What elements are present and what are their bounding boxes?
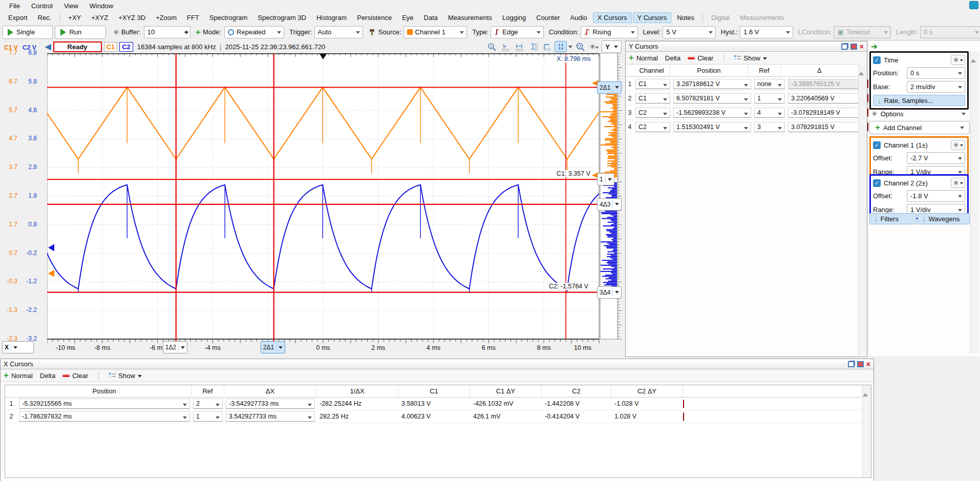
hyst-select[interactable]: 1.6 V bbox=[740, 26, 793, 38]
cursor-position-select[interactable]: -5.329215565 ms bbox=[19, 399, 190, 409]
tab-eye[interactable]: Eye bbox=[397, 12, 418, 23]
x-cursors-scrollbar[interactable] bbox=[862, 385, 871, 477]
right-panel-scrollbar[interactable] bbox=[970, 51, 979, 353]
options-row[interactable]: ✳ Options bbox=[869, 109, 968, 119]
tab-measurements[interactable]: Measurements bbox=[443, 12, 497, 23]
channel2-toggle[interactable]: C2 bbox=[119, 42, 133, 52]
cursor-channel-select[interactable]: C1 bbox=[635, 79, 670, 89]
channel2-checkbox[interactable]: ✓ bbox=[873, 179, 881, 187]
cursor-deltax-select[interactable]: 3.542927733 ms bbox=[226, 411, 315, 422]
tab-measurements[interactable]: Measurements bbox=[735, 12, 789, 23]
tab-notes[interactable]: Notes bbox=[672, 12, 699, 23]
y-cursor-marker-1[interactable]: 2Δ1 bbox=[597, 81, 622, 94]
scroll-up-icon[interactable] bbox=[859, 61, 864, 75]
pointer-measure-icon[interactable] bbox=[499, 41, 512, 52]
tab-logging[interactable]: Logging bbox=[498, 12, 530, 23]
filters-button[interactable]: ↓Filters bbox=[869, 213, 917, 224]
add-normal-cursor-button[interactable]: +Normal bbox=[4, 370, 33, 381]
plot-settings-gear-icon[interactable]: ✳ bbox=[588, 41, 600, 52]
zoom-1x-icon[interactable]: 1 bbox=[485, 41, 498, 52]
cursor-ref-select[interactable]: 4 bbox=[754, 108, 785, 118]
tab-histogram[interactable]: Histogram bbox=[312, 12, 351, 23]
cursor-deltax-select[interactable]: -3.542927733 ms bbox=[226, 399, 315, 409]
channel2-settings-gear[interactable]: ✳ bbox=[951, 178, 965, 188]
add-delta-cursor-button[interactable]: Delta bbox=[665, 54, 680, 62]
cursor-position-select[interactable]: 6.507829181 V bbox=[673, 93, 751, 103]
maximize-panel-icon[interactable] bbox=[857, 361, 864, 367]
rate-samples-button[interactable]: ↓Rate, Samples... bbox=[873, 95, 965, 106]
mode-plus-icon[interactable]: + bbox=[196, 27, 201, 37]
tab-spectrogram-3d[interactable]: Spectrogram 3D bbox=[253, 12, 311, 23]
view-mode-caret-icon[interactable] bbox=[568, 46, 572, 50]
clear-cursors-button[interactable]: Clear bbox=[62, 372, 88, 380]
collapse-left-icon[interactable]: ◀ bbox=[45, 42, 51, 51]
menu-control[interactable]: Control bbox=[26, 1, 58, 11]
time-checkbox[interactable]: ✓ bbox=[873, 56, 881, 64]
tab--xyz[interactable]: +XYZ bbox=[87, 12, 113, 23]
x-cursor-marker-1[interactable]: 1Δ2 bbox=[163, 341, 187, 353]
length-select[interactable]: 0 s bbox=[920, 26, 980, 38]
channel1-checkbox[interactable]: ✓ bbox=[873, 141, 881, 149]
cursor-position-select[interactable]: 3.287188612 V bbox=[673, 79, 751, 89]
restore-panel-icon[interactable] bbox=[841, 44, 848, 50]
show-menu-button[interactable]: Show bbox=[109, 372, 142, 380]
channel2-offset-select[interactable]: -1.8 V bbox=[907, 190, 965, 202]
add-channel-button[interactable]: + Add Channel bbox=[869, 121, 970, 134]
scroll-up-icon[interactable] bbox=[971, 49, 976, 62]
tab-export[interactable]: Export bbox=[4, 12, 32, 23]
horizontal-ruler-icon[interactable] bbox=[513, 41, 525, 52]
time-base-select[interactable]: 2 ms/div bbox=[907, 81, 965, 93]
remove-cursor-button[interactable] bbox=[683, 400, 709, 408]
cursor-ref-select[interactable]: 2 bbox=[193, 399, 223, 409]
cursor-channel-select[interactable]: C1 bbox=[635, 93, 670, 103]
tab-y-cursors[interactable]: Y Cursors bbox=[633, 12, 672, 23]
channel1-toggle[interactable]: C1 bbox=[104, 42, 118, 52]
menu-window[interactable]: Window bbox=[84, 1, 118, 11]
restore-panel-icon[interactable] bbox=[848, 361, 855, 367]
menu-file[interactable]: File bbox=[4, 1, 25, 11]
quad-view-button[interactable]: 1 23 4 bbox=[555, 41, 567, 52]
level-select[interactable]: 5 V bbox=[663, 26, 716, 38]
menu-view[interactable]: View bbox=[59, 1, 83, 11]
buffer-gear-icon[interactable]: ✳ bbox=[113, 28, 119, 36]
add-normal-cursor-button[interactable]: +Normal bbox=[629, 53, 658, 63]
remove-cursor-button[interactable] bbox=[683, 413, 709, 421]
wavegens-button[interactable]: ↓Wavegens bbox=[918, 213, 970, 224]
plot-canvas[interactable] bbox=[47, 53, 624, 345]
tab-fft[interactable]: FFT bbox=[182, 12, 204, 23]
zoom-points-icon[interactable] bbox=[574, 41, 586, 52]
condition-select[interactable]: Rising bbox=[581, 26, 637, 38]
cursor-delta-select[interactable]: -3.0782918149 V bbox=[788, 108, 866, 118]
tab-x-cursors[interactable]: X Cursors bbox=[593, 12, 632, 23]
time-position-select[interactable]: 0 s bbox=[907, 67, 965, 79]
channel1-settings-gear[interactable]: ✳ bbox=[951, 140, 965, 150]
tab-data[interactable]: Data bbox=[419, 12, 442, 23]
cursor-position-select[interactable]: -1.5629893238 V bbox=[673, 108, 751, 118]
clear-cursors-button[interactable]: Clear bbox=[688, 54, 713, 62]
tab-digital[interactable]: Digital bbox=[707, 12, 734, 23]
x-axis-select-button[interactable]: X bbox=[2, 341, 34, 353]
run-button[interactable]: Run bbox=[55, 26, 105, 39]
mode-select[interactable]: Repeated bbox=[224, 26, 284, 38]
trigger-select[interactable]: Auto bbox=[314, 26, 364, 38]
cursor-position-select[interactable]: 1.515302491 V bbox=[673, 122, 751, 132]
y-cursors-scrollbar[interactable] bbox=[858, 64, 867, 355]
tab-persistence[interactable]: Persistence bbox=[352, 12, 396, 23]
source-select[interactable]: Channel 1 bbox=[403, 26, 467, 38]
cursor-position-select[interactable]: -1.786287832 ms bbox=[19, 411, 190, 422]
y-axis-button[interactable]: Y bbox=[602, 40, 622, 53]
tab-rec-[interactable]: Rec. bbox=[33, 12, 56, 23]
vertical-ruler-icon[interactable] bbox=[527, 41, 539, 52]
tab-spectrogram[interactable]: Spectrogram bbox=[205, 12, 252, 23]
show-menu-button[interactable]: Show bbox=[734, 54, 767, 62]
expand-right-icon[interactable]: ➔ bbox=[871, 42, 878, 51]
y-cursor-marker-3[interactable]: 4Δ3 bbox=[597, 198, 622, 211]
cursor-ref-select[interactable]: 1 bbox=[754, 93, 785, 103]
tab--xy[interactable]: +XY bbox=[63, 12, 86, 23]
channel1-offset-select[interactable]: -2.7 V bbox=[907, 152, 965, 164]
cursor-delta-select[interactable]: 3.220640569 V bbox=[788, 93, 866, 103]
y-cursor-marker-2[interactable]: 1 bbox=[597, 173, 614, 185]
tab-audio[interactable]: Audio bbox=[566, 12, 592, 23]
cursor-delta-select[interactable]: 3.078291815 V bbox=[788, 122, 866, 132]
tab--xyz-3d[interactable]: +XYZ 3D bbox=[114, 12, 150, 23]
